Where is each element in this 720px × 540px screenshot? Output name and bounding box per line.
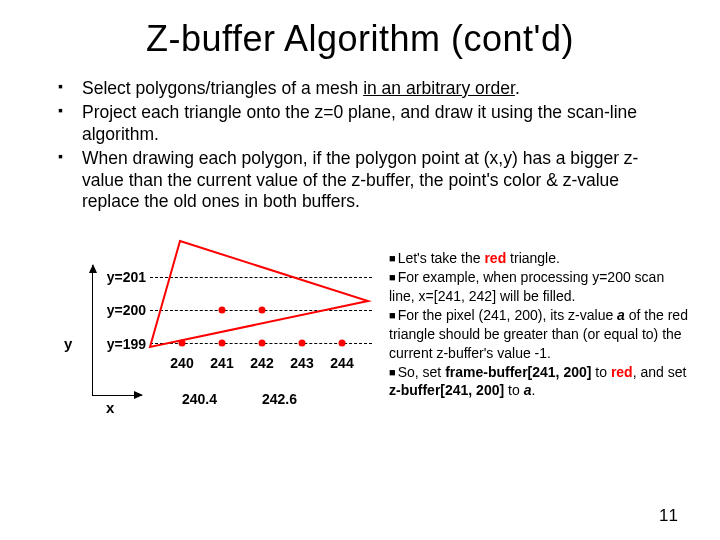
col-240: 240 — [165, 355, 199, 371]
bullet-3: When drawing each polygon, if the polygo… — [58, 148, 680, 214]
r4i: . — [531, 382, 535, 398]
r3a: For the pixel (241, 200), its z-value — [398, 307, 617, 323]
dot-241-200 — [219, 307, 226, 314]
diagram: y x y=201 y=200 y=199 240 241 242 243 24… — [42, 235, 377, 435]
z-value-2426: 242.6 — [262, 391, 297, 407]
x-axis-label: x — [106, 399, 114, 416]
r4e: , and set — [633, 364, 687, 380]
r1b: red — [484, 250, 506, 266]
bullet-1: Select polygons/triangles of a mesh in a… — [58, 78, 680, 100]
r1c: triangle. — [506, 250, 560, 266]
dot-242-199 — [259, 340, 266, 347]
dot-241-199 — [219, 340, 226, 347]
explanation-text: ■Let's take the red triangle. ■For examp… — [377, 235, 690, 435]
red-triangle — [150, 241, 372, 351]
page-number: 11 — [659, 506, 678, 526]
svg-marker-0 — [150, 241, 368, 347]
r4c: to — [591, 364, 610, 380]
bullet-2: Project each triangle onto the z=0 plane… — [58, 102, 680, 146]
bullet-1-pre: Select polygons/triangles of a mesh — [82, 78, 363, 98]
y-axis — [92, 265, 93, 395]
col-241: 241 — [205, 355, 239, 371]
x-axis — [92, 395, 142, 396]
row-label-200: y=200 — [96, 302, 146, 318]
r4b: frame-buffer[241, 200] — [445, 364, 591, 380]
z-value-2404: 240.4 — [182, 391, 217, 407]
square-bullet-icon: ■ — [389, 271, 396, 283]
row-label-199: y=199 — [96, 336, 146, 352]
dot-242-200 — [259, 307, 266, 314]
slide-title: Z-buffer Algorithm (cont'd) — [0, 18, 720, 60]
col-244: 244 — [325, 355, 359, 371]
r4a: So, set — [398, 364, 445, 380]
col-243: 243 — [285, 355, 319, 371]
square-bullet-icon: ■ — [389, 309, 396, 321]
r4d: red — [611, 364, 633, 380]
square-bullet-icon: ■ — [389, 366, 396, 378]
dot-243-199 — [299, 340, 306, 347]
row-label-201: y=201 — [96, 269, 146, 285]
bullet-1-under: in an arbitrary order — [363, 78, 515, 98]
bullet-1-post: . — [515, 78, 520, 98]
r4f: z-buffer[241, 200] — [389, 382, 504, 398]
col-242: 242 — [245, 355, 279, 371]
main-bullet-list: Select polygons/triangles of a mesh in a… — [0, 78, 720, 213]
r3b: a — [617, 307, 625, 323]
y-axis-label: y — [64, 335, 72, 352]
dot-240-199 — [179, 340, 186, 347]
r4g: to — [504, 382, 523, 398]
r2: For example, when processing y=200 scan … — [389, 269, 664, 304]
r1a: Let's take the — [398, 250, 485, 266]
dot-244-199 — [339, 340, 346, 347]
square-bullet-icon: ■ — [389, 252, 396, 264]
